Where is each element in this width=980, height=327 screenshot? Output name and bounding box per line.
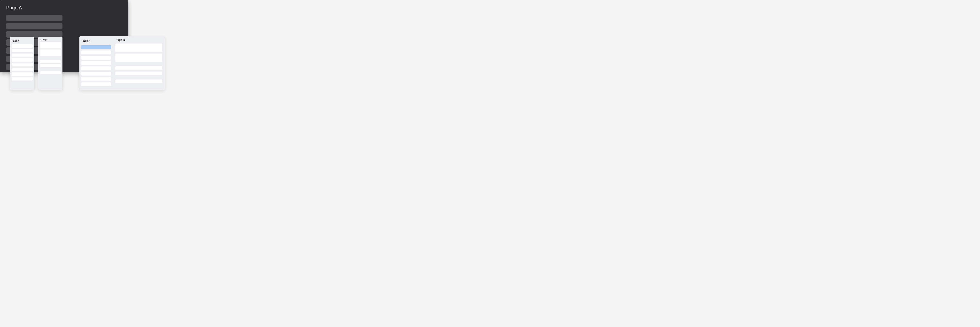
mobile-page-b-panel: Page B	[38, 37, 62, 90]
list-item[interactable]	[81, 45, 111, 49]
page-title: Page A	[6, 5, 122, 11]
list-item[interactable]	[12, 44, 33, 48]
list-item[interactable]	[12, 58, 33, 62]
page-title: Page A	[81, 38, 111, 45]
list-item[interactable]	[115, 66, 162, 70]
page-title: Page B	[115, 38, 162, 43]
list-item[interactable]	[81, 61, 111, 65]
list-item[interactable]	[12, 49, 33, 52]
list-item[interactable]	[40, 42, 61, 48]
list-item[interactable]	[6, 23, 62, 29]
list-item[interactable]	[40, 64, 61, 67]
list-item[interactable]	[115, 43, 162, 52]
page-title: Page A	[12, 39, 33, 44]
detail-pane: Page B	[113, 37, 165, 90]
back-arrow-icon[interactable]	[40, 39, 41, 41]
list	[40, 42, 61, 74]
list-item[interactable]	[40, 60, 61, 63]
mobile-page-a-panel: Page A	[10, 37, 34, 90]
list-item[interactable]	[40, 49, 61, 56]
list-item[interactable]	[6, 31, 62, 38]
list-item[interactable]	[115, 54, 162, 62]
list	[81, 45, 111, 86]
master-pane: Page A	[80, 37, 113, 90]
list-item[interactable]	[12, 68, 33, 71]
list-item[interactable]	[40, 71, 61, 74]
list-item[interactable]	[12, 63, 33, 66]
list-item[interactable]	[81, 66, 111, 70]
list-item[interactable]	[115, 72, 162, 75]
list-item[interactable]	[6, 15, 62, 21]
list-item[interactable]	[81, 72, 111, 76]
list	[115, 43, 162, 83]
list-item[interactable]	[12, 72, 33, 76]
header: Page B	[40, 39, 61, 42]
page-title: Page B	[43, 39, 48, 41]
list-item[interactable]	[81, 56, 111, 60]
list-item[interactable]	[81, 51, 111, 54]
list-item[interactable]	[81, 82, 111, 86]
list-item[interactable]	[12, 77, 33, 81]
list-item[interactable]	[115, 80, 162, 83]
list	[12, 44, 33, 81]
list-item[interactable]	[81, 77, 111, 81]
tablet-dual-pane-panel: Page A Page B	[80, 37, 165, 90]
list-item[interactable]	[12, 54, 33, 57]
